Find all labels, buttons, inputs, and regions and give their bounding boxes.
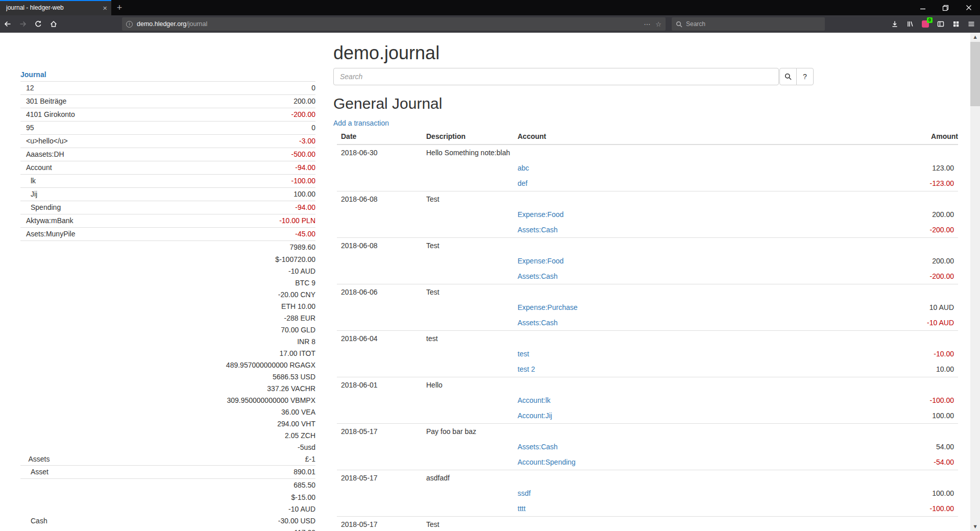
posting-row: Assets:Cash-200.00 — [337, 222, 958, 238]
back-icon — [4, 20, 12, 28]
posting-account-link[interactable]: Account:lk — [518, 396, 551, 404]
minimize-button[interactable] — [911, 0, 934, 15]
sidebar-account-link[interactable]: Account — [20, 162, 52, 173]
sidebar-account-balance: -117.00 — [292, 527, 315, 531]
posting-account-link[interactable]: test 2 — [518, 365, 535, 373]
add-transaction-link[interactable]: Add a transaction — [333, 118, 389, 128]
posting-account-link[interactable]: Assets:Cash — [518, 319, 558, 327]
sidebar-account-balance: 5686.53 USD — [273, 371, 315, 383]
extension-button[interactable]: 0 — [918, 16, 933, 32]
transaction-row[interactable]: 2018-06-30Hello Something note:blah — [337, 144, 958, 160]
posting-account-link[interactable]: ssdf — [518, 489, 531, 497]
posting-row: Expense:Food200.00 — [337, 253, 958, 269]
posting-account-link[interactable]: Expense:Food — [518, 210, 564, 219]
transaction-row[interactable]: 2018-06-04test — [337, 331, 958, 347]
posting-account-link[interactable]: Account:Jij — [518, 412, 552, 420]
transaction-date: 2018-05-17 — [337, 470, 422, 486]
sidebar-account-row: 17.00 ITOT — [20, 348, 315, 359]
sidebar-toggle-button[interactable] — [933, 16, 948, 32]
sidebar-account-link[interactable]: Cash — [20, 515, 47, 527]
sidebar-account-balance: $-15.00 — [291, 492, 315, 503]
sidebar-account-link[interactable]: Aktywa:mBank — [20, 215, 74, 226]
sidebar-account-balance: -10 AUD — [288, 503, 315, 515]
posting-account-link[interactable]: test — [518, 350, 529, 358]
hamburger-icon — [967, 20, 975, 28]
minimize-icon — [920, 5, 926, 11]
posting-account-link[interactable]: Expense:Purchase — [518, 303, 578, 311]
sidebar-account-link[interactable]: 301 Beiträge — [20, 96, 66, 107]
browser-search-field[interactable]: Search — [672, 17, 825, 31]
posting-account-link[interactable]: Assets:Cash — [518, 443, 558, 451]
grid-icon — [952, 20, 960, 28]
sidebar-account-link[interactable]: Asset — [20, 467, 48, 477]
posting-row: test-10.00 — [337, 346, 958, 361]
sidebar-account-link[interactable]: Asets:MunyPile — [20, 229, 75, 239]
table-header-row: Date Description Account Amount — [337, 130, 958, 144]
journal-search-button[interactable] — [779, 68, 797, 85]
grid-button[interactable] — [948, 16, 964, 32]
scrollbar-down-arrow[interactable]: ▼ — [970, 522, 980, 531]
header-date: Date — [337, 130, 422, 144]
download-button[interactable] — [887, 16, 902, 32]
browser-tab[interactable]: journal - hledger-web × — [0, 0, 111, 15]
sidebar-account-link[interactable]: Spending — [20, 202, 61, 213]
close-button[interactable] — [957, 0, 980, 15]
reload-button[interactable] — [31, 16, 46, 32]
transaction-row[interactable]: 2018-06-08Test — [337, 238, 958, 254]
posting-account-link[interactable]: abc — [518, 164, 529, 172]
transaction-row[interactable]: 2018-06-06Test — [337, 284, 958, 300]
sidebar-account-link[interactable]: Aaasets:DH — [20, 149, 64, 160]
transaction-date: 2018-06-06 — [337, 284, 422, 300]
transaction-row[interactable]: 2018-06-01Hello — [337, 377, 958, 393]
posting-row: test 210.00 — [337, 361, 958, 377]
home-icon — [50, 20, 58, 28]
sidebar-account-link[interactable]: lk — [20, 176, 36, 186]
posting-amount: -100.00 — [930, 396, 954, 404]
journal-search-input[interactable] — [333, 68, 779, 85]
library-button[interactable] — [902, 16, 918, 32]
posting-amount: -10 AUD — [927, 319, 954, 327]
sidebar-account-link[interactable]: 4101 Girokonto — [20, 109, 75, 120]
menu-button[interactable] — [964, 16, 979, 32]
back-button[interactable] — [0, 16, 15, 32]
sidebar-account-link[interactable]: 12 — [20, 83, 34, 93]
sidebar-account-link[interactable]: Jij — [20, 189, 37, 200]
sidebar-account-link[interactable]: Assets — [20, 453, 50, 465]
sidebar-journal-link[interactable]: Journal — [20, 69, 46, 80]
scrollbar-up-arrow[interactable]: ▲ — [970, 33, 980, 41]
forward-button[interactable] — [15, 16, 31, 32]
restore-button[interactable] — [934, 0, 957, 15]
tab-close-icon[interactable]: × — [103, 4, 107, 12]
transaction-row[interactable]: 2018-05-17asdfadf — [337, 470, 958, 486]
sidebar-account-row: -5usd — [20, 442, 315, 453]
transaction-row[interactable]: 2018-05-17Pay foo bar baz — [337, 424, 958, 440]
posting-amount: -100.00 — [930, 504, 954, 513]
sidebar-account-balance: 70.00 GLD — [281, 324, 315, 336]
toolbar-icons: 0 — [887, 16, 980, 32]
page-actions-icon[interactable]: ⋯ — [644, 20, 650, 28]
transaction-row[interactable]: 2018-05-17Test — [337, 517, 958, 531]
transaction-row[interactable]: 2018-06-08Test — [337, 191, 958, 207]
site-info-icon[interactable]: i — [126, 21, 133, 28]
posting-account-link[interactable]: Assets:Cash — [518, 226, 558, 234]
home-button[interactable] — [46, 16, 61, 32]
url-bar[interactable]: i demo.hledger.org/journal ⋯ ☆ — [122, 17, 666, 31]
posting-amount: 200.00 — [932, 257, 954, 265]
bookmark-star-icon[interactable]: ☆ — [655, 20, 662, 28]
posting-account-link[interactable]: Account:Spending — [518, 458, 576, 466]
sidebar-account-balance: 36.00 VEA — [281, 406, 315, 418]
sidebar-account-link[interactable]: 95 — [20, 123, 34, 133]
posting-account-link[interactable]: def — [518, 179, 527, 187]
scrollbar-thumb[interactable] — [970, 42, 980, 106]
posting-account-link[interactable]: Assets:Cash — [518, 272, 558, 280]
sidebar-account-row: Assets£-1 — [20, 453, 315, 465]
posting-row: Assets:Cash-200.00 — [337, 269, 958, 284]
posting-account-link[interactable]: tttt — [518, 504, 526, 513]
sidebar-account-balance: $-100720.00 — [275, 254, 315, 266]
posting-amount: -200.00 — [930, 272, 954, 280]
search-help-button[interactable]: ? — [796, 68, 814, 85]
sidebar-account-link[interactable]: <u>hello</u> — [20, 136, 68, 147]
posting-account-link[interactable]: Expense:Food — [518, 257, 564, 265]
new-tab-button[interactable]: + — [111, 0, 128, 15]
page-scrollbar[interactable]: ▲ ▼ — [970, 33, 980, 531]
